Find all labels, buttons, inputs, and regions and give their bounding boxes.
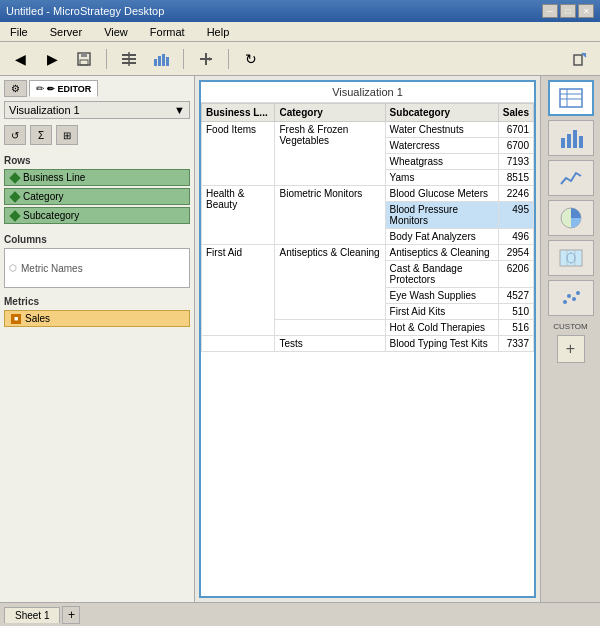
svg-marker-13: [209, 57, 212, 61]
sales-label: Sales: [25, 313, 50, 324]
refresh-button[interactable]: ↻: [237, 46, 265, 72]
editor-tab-label: ✏ EDITOR: [47, 84, 91, 94]
cell-business-health: Health & Beauty: [202, 186, 275, 245]
vis-selector-label: Visualization 1: [9, 104, 80, 116]
svg-rect-21: [561, 138, 565, 148]
svg-rect-24: [579, 136, 583, 148]
diamond-icon: [9, 172, 20, 183]
viz-area: Visualization 1 Business L... Category S…: [195, 76, 540, 602]
category-row[interactable]: Category: [4, 188, 190, 205]
metrics-label: Metrics: [4, 296, 190, 307]
add-visualization-btn[interactable]: +: [557, 335, 585, 363]
title-bar-title: Untitled - MicroStrategy Desktop: [6, 5, 164, 17]
menu-server[interactable]: Server: [44, 24, 88, 40]
svg-point-28: [563, 300, 567, 304]
business-line-label: Business Line: [23, 172, 85, 183]
svg-rect-7: [154, 59, 157, 66]
menu-file[interactable]: File: [4, 24, 34, 40]
chart-button[interactable]: [147, 46, 175, 72]
diamond-icon: [9, 210, 20, 221]
cell-sub-yams: Yams: [385, 170, 498, 186]
menu-bar: File Server View Format Help: [0, 22, 600, 42]
back-button[interactable]: ◀: [6, 46, 34, 72]
metrics-section: Metrics ■ Sales: [4, 294, 190, 329]
cell-sales-cold-therapies: 516: [498, 320, 533, 336]
cell-sub-blood-pressure: Blood Pressure Monitors: [385, 202, 498, 229]
pie-chart-btn[interactable]: [548, 200, 594, 236]
status-bar: Sheet 1 +: [0, 602, 600, 626]
undo-button[interactable]: ↺: [4, 125, 26, 145]
menu-format[interactable]: Format: [144, 24, 191, 40]
business-line-row[interactable]: Business Line: [4, 169, 190, 186]
cell-sales-yams: 8515: [498, 170, 533, 186]
subcategory-row[interactable]: Subcategory: [4, 207, 190, 224]
cell-category-antiseptics: Antiseptics & Cleaning: [275, 245, 385, 320]
settings-tab[interactable]: ⚙: [4, 80, 27, 97]
menu-view[interactable]: View: [98, 24, 134, 40]
table-row: Health & Beauty Biometric Monitors Blood…: [202, 186, 534, 202]
cell-sub-firstaid-kits: First Aid Kits: [385, 304, 498, 320]
line-chart-btn[interactable]: [548, 160, 594, 196]
grid-button[interactable]: ⊞: [56, 125, 78, 145]
table-view-btn[interactable]: [548, 80, 594, 116]
viz-table: Business L... Category Subcategory Sales…: [201, 103, 534, 596]
cell-category-tests-empty: [275, 320, 385, 336]
cell-sub-wheatgrass: Wheatgrass: [385, 154, 498, 170]
forward-button[interactable]: ▶: [38, 46, 66, 72]
far-right-panel: CUSTOM +: [540, 76, 600, 602]
table-row: Food Items Fresh & Frozen Vegetables Wat…: [202, 122, 534, 138]
menu-help[interactable]: Help: [201, 24, 236, 40]
title-bar: Untitled - MicroStrategy Desktop ─ □ ✕: [0, 0, 600, 22]
title-bar-controls: ─ □ ✕: [542, 4, 594, 18]
cell-sales-blood-typing: 7337: [498, 336, 533, 352]
col-header-subcategory: Subcategory: [385, 104, 498, 122]
sheet-tab[interactable]: Sheet 1: [4, 607, 60, 623]
col-header-business: Business L...: [202, 104, 275, 122]
col-header-sales: Sales: [498, 104, 533, 122]
bar-chart-btn[interactable]: [548, 120, 594, 156]
share-button[interactable]: [566, 46, 594, 72]
col-header-category: Category: [275, 104, 385, 122]
cell-category-frozen: Fresh & Frozen Vegetables: [275, 122, 385, 186]
cell-sales-body-fat: 496: [498, 229, 533, 245]
minimize-button[interactable]: ─: [542, 4, 558, 18]
diamond-icon: [9, 191, 20, 202]
icon-btn-row: ↺ Σ ⊞: [4, 125, 190, 145]
editor-tab[interactable]: ✏ ✏ EDITOR: [29, 80, 98, 97]
svg-rect-26: [560, 250, 582, 266]
metric-names-icon: ⬡: [9, 263, 17, 273]
cell-business-tests-empty: [202, 336, 275, 352]
cell-sales-blood-pressure: 495: [498, 202, 533, 229]
viz-container: Visualization 1 Business L... Category S…: [199, 80, 536, 598]
metric-square-icon: ■: [11, 314, 21, 324]
cell-sales-cast: 6206: [498, 261, 533, 288]
maximize-button[interactable]: □: [560, 4, 576, 18]
category-label: Category: [23, 191, 64, 202]
data-button[interactable]: [115, 46, 143, 72]
cell-sub-cold-therapies: Hot & Cold Therapies: [385, 320, 498, 336]
add-sheet-button[interactable]: +: [62, 606, 80, 624]
cell-sales-glucose: 2246: [498, 186, 533, 202]
columns-section: Columns ⬡ Metric Names: [4, 232, 190, 288]
cell-sub-body-fat: Body Fat Analyzers: [385, 229, 498, 245]
rows-label: Rows: [4, 155, 190, 166]
subcategory-label: Subcategory: [23, 210, 79, 221]
cell-business-food: Food Items: [202, 122, 275, 186]
close-button[interactable]: ✕: [578, 4, 594, 18]
svg-rect-9: [162, 54, 165, 66]
add-button[interactable]: [192, 46, 220, 72]
map-btn[interactable]: [548, 240, 594, 276]
cell-category-tests: Tests: [275, 336, 385, 352]
sales-metric[interactable]: ■ Sales: [4, 310, 190, 327]
sigma-button[interactable]: Σ: [30, 125, 52, 145]
table-row: First Aid Antiseptics & Cleaning Antisep…: [202, 245, 534, 261]
save-button[interactable]: [70, 46, 98, 72]
table-header-row: Business L... Category Subcategory Sales: [202, 104, 534, 122]
toolbar: ◀ ▶ ↻: [0, 42, 600, 76]
scatter-btn[interactable]: [548, 280, 594, 316]
cell-sales-water-chestnuts: 6701: [498, 122, 533, 138]
vis-selector[interactable]: Visualization 1 ▼: [4, 101, 190, 119]
cell-sub-cast: Cast & Bandage Protectors: [385, 261, 498, 288]
cell-sales-firstaid-kits: 510: [498, 304, 533, 320]
metric-names-box[interactable]: ⬡ Metric Names: [4, 248, 190, 288]
